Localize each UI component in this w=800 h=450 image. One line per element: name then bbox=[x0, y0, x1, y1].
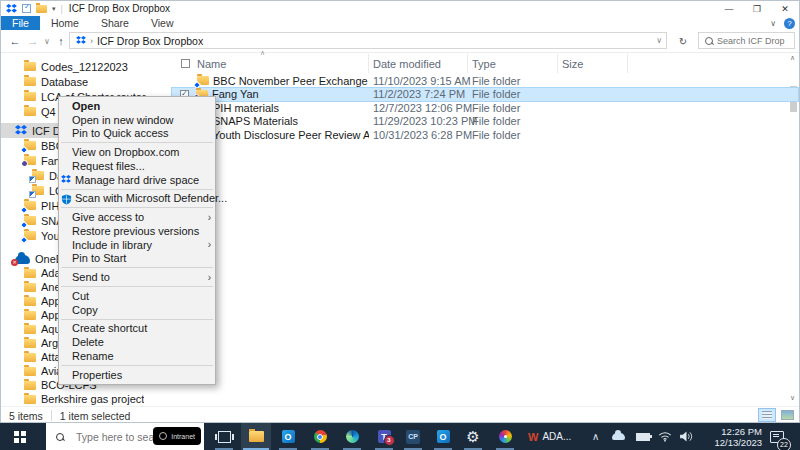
tray-app[interactable]: W ADA... bbox=[528, 423, 578, 450]
paint-app-taskbar-button[interactable] bbox=[490, 423, 520, 450]
wifi-icon bbox=[658, 431, 672, 442]
notification-center-button[interactable]: 22 bbox=[770, 423, 784, 450]
column-header-size[interactable]: Size bbox=[558, 54, 628, 73]
tab-home[interactable]: Home bbox=[40, 16, 90, 30]
folder-icon bbox=[24, 353, 36, 362]
palette-app-icon bbox=[499, 430, 512, 443]
thumbnails-view-button[interactable] bbox=[778, 408, 796, 422]
file-explorer-taskbar-button[interactable] bbox=[241, 423, 271, 450]
select-all-checkbox[interactable] bbox=[181, 59, 190, 68]
details-view-icon bbox=[762, 411, 772, 419]
file-row[interactable]: SNAPS Materials 11/29/2023 10:23 PM File… bbox=[172, 115, 798, 129]
breadcrumb[interactable]: ICF Drop Box Dropbox bbox=[97, 35, 203, 47]
recent-locations-chevron-icon[interactable]: ∨ bbox=[41, 30, 53, 52]
expand-ribbon-chevron-icon[interactable]: ∨ bbox=[770, 19, 776, 28]
file-explorer-icon bbox=[249, 431, 264, 442]
menu-item-rename[interactable]: Rename bbox=[59, 349, 215, 363]
shared-folder-icon bbox=[24, 156, 36, 165]
clock[interactable]: 12:26 PM 12/13/2023 bbox=[700, 423, 762, 450]
menu-item-cut[interactable]: Cut bbox=[59, 289, 215, 303]
sidebar-item[interactable]: Database bbox=[1, 74, 172, 89]
address-bar[interactable]: › ICF Drop Box Dropbox ∨ bbox=[69, 32, 667, 49]
teams-taskbar-button[interactable]: T3 bbox=[369, 423, 399, 450]
customize-toolbar-chevron-icon[interactable]: ▾ bbox=[52, 5, 56, 13]
clock-date: 12/13/2023 bbox=[714, 437, 762, 448]
edge-taskbar-button[interactable] bbox=[337, 423, 367, 450]
file-list: ∧ Name Date modified Type Size BBC Novem… bbox=[172, 52, 798, 406]
wifi-tray-icon[interactable] bbox=[658, 423, 672, 450]
search-box[interactable] bbox=[698, 32, 795, 49]
refresh-button[interactable]: ↻ bbox=[675, 30, 691, 52]
cloud-icon bbox=[612, 433, 625, 440]
menu-item-manage-hard-drive-space[interactable]: Manage hard drive space bbox=[59, 173, 215, 187]
file-row-selected[interactable]: Fang Yan 11/2/2023 7:24 PM File folder bbox=[172, 88, 798, 102]
item-count: 5 items bbox=[9, 410, 43, 422]
column-header-date-modified[interactable]: Date modified bbox=[369, 54, 468, 73]
menu-item-copy[interactable]: Copy bbox=[59, 303, 215, 317]
tab-share[interactable]: Share bbox=[90, 16, 140, 30]
start-button[interactable] bbox=[0, 423, 46, 450]
forward-button[interactable]: → bbox=[25, 30, 41, 52]
menu-item-delete[interactable]: Delete bbox=[59, 335, 215, 349]
explorer-window: ▾ | ICF Drop Box Dropbox — ❐ ✕ File Home… bbox=[0, 0, 800, 423]
search-input[interactable] bbox=[717, 36, 787, 46]
file-row[interactable]: PIH materials 12/7/2023 12:06 PM File fo… bbox=[172, 101, 798, 115]
task-view-button[interactable] bbox=[209, 423, 239, 450]
up-button[interactable]: ↑ bbox=[53, 30, 69, 52]
dropbox-folder-icon bbox=[24, 216, 36, 225]
menu-item-properties[interactable]: Properties bbox=[59, 368, 215, 382]
outlook-taskbar-button[interactable]: O bbox=[273, 423, 303, 450]
menu-item-send-to[interactable]: Send to› bbox=[59, 270, 215, 284]
address-dropdown-chevron-icon[interactable]: ∨ bbox=[656, 36, 662, 45]
file-row[interactable]: Youth Disclosure Peer Review Articles 10… bbox=[172, 128, 798, 142]
sidebar-item[interactable]: Berkshire gas project bbox=[1, 392, 172, 406]
cp-app-icon: CP bbox=[406, 430, 420, 444]
tab-file[interactable]: File bbox=[1, 16, 40, 30]
menu-item-give-access-to[interactable]: Give access to› bbox=[59, 210, 215, 224]
menu-separator bbox=[61, 142, 213, 143]
details-view-button[interactable] bbox=[758, 408, 776, 422]
folder-icon bbox=[24, 381, 36, 390]
restore-button[interactable]: ❐ bbox=[743, 1, 771, 16]
menu-item-create-shortcut[interactable]: Create shortcut bbox=[59, 322, 215, 336]
menu-item-open-in-new-window[interactable]: Open in new window bbox=[59, 113, 215, 127]
menu-item-pin-to-start[interactable]: Pin to Start bbox=[59, 252, 215, 266]
intranet-badge[interactable]: Intranet bbox=[153, 427, 201, 445]
close-button[interactable]: ✕ bbox=[771, 1, 799, 16]
file-row[interactable]: BBC November Peer Exchange 11/10/2023 9:… bbox=[172, 74, 798, 88]
linked-folder-icon bbox=[32, 186, 44, 195]
submenu-arrow-icon: › bbox=[208, 239, 211, 250]
column-header-name[interactable]: Name bbox=[172, 54, 369, 73]
sidebar-item[interactable]: Codes_12122023 bbox=[1, 59, 172, 74]
folder-icon bbox=[24, 367, 36, 376]
tray-overflow-chevron[interactable]: ∧ bbox=[592, 423, 599, 450]
tab-view[interactable]: View bbox=[140, 16, 185, 30]
chrome-taskbar-button[interactable] bbox=[305, 423, 335, 450]
quick-access-toolbar: ▾ | bbox=[1, 4, 63, 14]
cp-app-taskbar-button[interactable]: CP bbox=[398, 423, 428, 450]
properties-quick-icon[interactable] bbox=[22, 4, 31, 13]
outlook2-taskbar-button[interactable]: O bbox=[428, 423, 458, 450]
onedrive-tray-icon[interactable] bbox=[612, 423, 625, 450]
help-icon[interactable]: ? bbox=[784, 18, 795, 29]
back-button[interactable]: ← bbox=[7, 30, 23, 52]
menu-item-pin-to-quick-access[interactable]: Pin to Quick access bbox=[59, 127, 215, 141]
outlook-icon: O bbox=[437, 430, 450, 443]
menu-separator bbox=[61, 267, 213, 268]
menu-item-restore-previous-versions[interactable]: Restore previous versions bbox=[59, 224, 215, 238]
menu-item-open[interactable]: Open bbox=[59, 99, 215, 113]
menu-item-scan-with-defender[interactable]: Scan with Microsoft Defender... bbox=[59, 192, 215, 206]
column-header-type[interactable]: Type bbox=[468, 54, 558, 73]
taskbar-search-input[interactable] bbox=[74, 430, 156, 444]
menu-separator bbox=[61, 207, 213, 208]
new-folder-quick-icon[interactable] bbox=[36, 5, 47, 13]
menu-item-view-on-dropbox[interactable]: View on Dropbox.com bbox=[59, 145, 215, 159]
taskbar-search[interactable]: Intranet bbox=[46, 423, 204, 450]
menu-item-request-files[interactable]: Request files... bbox=[59, 159, 215, 173]
menu-item-include-in-library[interactable]: Include in library› bbox=[59, 238, 215, 252]
battery-tray-icon[interactable] bbox=[636, 423, 650, 450]
dropbox-location-icon bbox=[76, 36, 86, 45]
volume-tray-icon[interactable] bbox=[680, 423, 693, 450]
settings-taskbar-button[interactable]: ⚙ bbox=[458, 423, 488, 450]
minimize-button[interactable]: — bbox=[715, 1, 743, 16]
